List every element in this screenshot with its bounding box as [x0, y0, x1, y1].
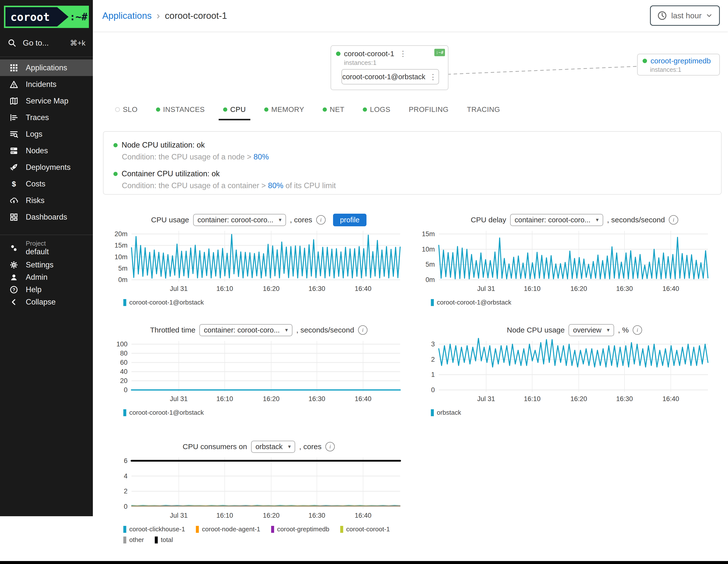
throttled-time-selector[interactable]: container: coroot-coro...▾: [199, 324, 292, 336]
breadcrumb-applications-link[interactable]: Applications: [102, 11, 152, 21]
chart-header: CPU usagecontainer: coroot-coro...▾, cor…: [104, 212, 414, 228]
svg-text:0: 0: [124, 503, 128, 510]
sidebar-item-costs[interactable]: $Costs: [0, 176, 93, 192]
cpu-consumers-on-selector[interactable]: orbstack▾: [251, 441, 295, 453]
legend-item[interactable]: coroot-clickhouse-1: [123, 525, 185, 533]
caret-down-icon: ▾: [596, 217, 599, 223]
chart-throttled-time: Throttled timecontainer: coroot-coro...▾…: [104, 322, 414, 416]
sidebar-item-project[interactable]: Project default: [0, 237, 93, 259]
sidebar-item-nodes[interactable]: Nodes: [0, 142, 93, 159]
map-icon: [9, 97, 18, 105]
sidebar-item-logs[interactable]: Logs: [0, 126, 93, 142]
legend-label: total: [161, 536, 173, 544]
tab-tracing[interactable]: TRACING: [462, 100, 504, 120]
chart-plot: 0m5m10m15m20mJul 3116:1016:2016:3016:40: [104, 228, 414, 294]
tab-profiling[interactable]: PROFILING: [404, 100, 453, 120]
project-icon: [9, 244, 18, 253]
sidebar-item-collapse[interactable]: Collapse: [0, 296, 93, 308]
svg-text:10m: 10m: [114, 253, 128, 261]
info-icon[interactable]: i: [316, 215, 326, 225]
cpu-usage-selector[interactable]: container: coroot-coro...▾: [193, 214, 286, 226]
legend-color-chip: [123, 409, 126, 416]
caret-down-icon: ▾: [279, 217, 282, 223]
sidebar-item-help[interactable]: ?Help: [0, 283, 93, 296]
service-link[interactable]: coroot-greptimedb: [650, 57, 711, 65]
info-icon[interactable]: i: [633, 325, 642, 335]
threshold-link[interactable]: 80%: [268, 181, 283, 190]
chart-plot: 0246Jul 3116:1016:2016:3016:40: [104, 455, 414, 521]
check-title-row: Node CPU utilization: ok: [113, 141, 721, 150]
tab-slo[interactable]: SLO: [111, 100, 142, 120]
legend-item[interactable]: coroot-coroot-1@orbstack: [123, 299, 204, 306]
legend-item[interactable]: coroot-coroot-1: [340, 525, 390, 533]
legend-item[interactable]: other: [123, 536, 144, 544]
info-icon[interactable]: i: [358, 325, 367, 335]
node-cpu-usage-selector[interactable]: overview▾: [569, 324, 614, 336]
coroot-badge: :~#: [434, 49, 445, 56]
cpu-delay-selector[interactable]: container: coroot-coro...▾: [510, 214, 603, 226]
legend-label: coroot-node-agent-1: [202, 525, 260, 533]
coroot-logo-text: coroot: [5, 7, 69, 26]
tab-logs[interactable]: LOGS: [358, 100, 395, 120]
sidebar-item-settings[interactable]: Settings: [0, 259, 93, 271]
svg-text:16:20: 16:20: [263, 395, 280, 403]
sidebar-item-label: Nodes: [26, 146, 48, 155]
tab-instances[interactable]: INSTANCES: [152, 100, 209, 120]
sidebar-item-traces[interactable]: Traces: [0, 109, 93, 126]
legend-color-chip: [123, 537, 126, 543]
profile-button[interactable]: profile: [333, 214, 366, 226]
time-range-picker[interactable]: last hour: [650, 5, 720, 26]
sidebar-item-incidents[interactable]: Incidents: [0, 76, 93, 93]
service-card-coroot-greptimedb[interactable]: coroot-greptimedb instances:1: [637, 54, 720, 76]
info-icon[interactable]: i: [325, 442, 335, 451]
check-condition: Condition: the CPU usage of a node > 80%: [122, 153, 721, 161]
kebab-menu-icon[interactable]: ⋮: [428, 73, 438, 81]
chart-title: Node CPU usage: [507, 326, 565, 334]
svg-text:0m: 0m: [118, 276, 128, 283]
legend-item[interactable]: coroot-coroot-1@orbstack: [431, 299, 511, 306]
legend-label: coroot-coroot-1: [346, 525, 390, 533]
svg-text:40: 40: [120, 368, 128, 375]
chart-title: CPU consumers on: [183, 442, 247, 451]
svg-text:4: 4: [124, 472, 128, 480]
tab-cpu[interactable]: CPU: [219, 100, 250, 120]
service-instances: instances:1: [650, 66, 719, 73]
threshold-link[interactable]: 80%: [254, 153, 269, 161]
legend-item[interactable]: total: [155, 536, 173, 544]
sidebar-item-label: Dashboards: [26, 213, 67, 222]
sidebar-item-label: Collapse: [26, 298, 56, 307]
legend-item[interactable]: coroot-greptimedb: [271, 525, 329, 533]
kebab-menu-icon[interactable]: ⋮: [398, 49, 408, 58]
svg-text:$: $: [12, 179, 16, 188]
tab-status-dot: [223, 107, 227, 112]
gear-icon: [9, 260, 18, 269]
svg-text:Jul 31: Jul 31: [170, 395, 188, 403]
sidebar-item-admin[interactable]: Admin: [0, 271, 93, 283]
logs-icon: [9, 130, 18, 139]
goto-search[interactable]: Go to... ⌘+k: [0, 31, 93, 54]
info-icon[interactable]: i: [669, 215, 678, 225]
svg-text:5m: 5m: [118, 265, 128, 272]
sidebar-item-applications[interactable]: Applications: [0, 59, 93, 76]
sidebar-item-service-map[interactable]: Service Map: [0, 93, 93, 109]
check-ok-dot: [113, 172, 118, 176]
svg-text:16:40: 16:40: [662, 285, 679, 292]
legend-color-chip: [155, 537, 158, 543]
service-card-coroot-coroot-1[interactable]: coroot-coroot-1 ⋮ :~# instances:1 coroot…: [331, 45, 448, 90]
sidebar-item-dashboards[interactable]: Dashboards: [0, 209, 93, 225]
svg-text:16:10: 16:10: [216, 395, 233, 403]
coroot-logo[interactable]: coroot :~#: [4, 6, 89, 28]
svg-text:100: 100: [116, 340, 128, 348]
risks-icon: [9, 196, 18, 205]
chart-header: CPU delaycontainer: coroot-coro...▾, sec…: [421, 212, 728, 228]
chart-legend: coroot-coroot-1@orbstack: [431, 299, 728, 306]
legend-item[interactable]: orbstack: [431, 409, 461, 416]
sidebar-item-risks[interactable]: Risks: [0, 192, 93, 209]
tab-net[interactable]: NET: [318, 100, 349, 120]
legend-item[interactable]: coroot-coroot-1@orbstack: [123, 409, 204, 416]
legend-item[interactable]: coroot-node-agent-1: [196, 525, 260, 533]
instance-pill[interactable]: coroot-coroot-1@orbstack ⋮: [341, 69, 439, 84]
sidebar-item-deployments[interactable]: Deployments: [0, 159, 93, 176]
sidebar-item-label: Service Map: [26, 97, 68, 105]
tab-memory[interactable]: MEMORY: [260, 100, 309, 120]
